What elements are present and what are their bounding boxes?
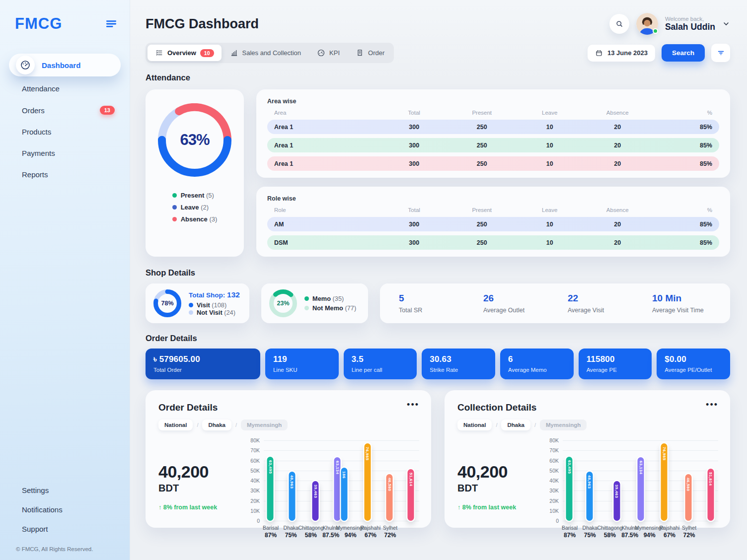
bar-value-label: 48,963 [290,475,294,489]
tab-label: Overview [167,49,196,57]
role-wise-title: Role wise [267,195,719,202]
filter-button[interactable] [711,44,730,62]
welcome-text: Welcome back, [665,16,715,22]
tab-kpi[interactable]: KPI [309,45,347,61]
table-cell: 250 [448,239,516,246]
x-axis-label-chittagong: Chittagong58% [597,525,622,539]
page-title: FMCG Dashboard [146,16,259,32]
tab-order[interactable]: Order [348,45,392,61]
sidebar-item-reports[interactable]: Reports [9,165,121,184]
sidebar-item-settings[interactable]: Settings [9,481,121,499]
shop-stat-total-sr: 5Total SR [385,293,469,314]
legend-dot [189,310,193,315]
stat-value: 26 [483,293,554,304]
copyright-text: © FMCG, All Rights Reserved. [9,540,121,552]
calendar-icon [595,49,603,57]
tab-sales-and-collection[interactable]: Sales and Collection [223,45,309,61]
tab-label: Order [368,49,384,57]
gridline [264,461,419,461]
bar-51,814: 51,814 [707,469,714,521]
breadcrumb-separator: / [496,422,497,428]
donut-center-value: 23% [269,289,297,317]
gridline [563,440,718,441]
legend-item-visit: Visit (108) [189,301,240,309]
sidebar-item-notifications[interactable]: Notifications [9,500,121,519]
sidebar-item-label: Dashboard [42,61,80,70]
dashboard-icon [16,56,35,74]
chart-delta: ↑ 8% from last week [158,504,247,511]
role-wise-table: RoleTotalPresentLeaveAbsence%AM300250102… [267,207,719,250]
gridline [264,450,419,451]
breadcrumb-mymensingh[interactable]: Mymensingh [241,420,288,430]
breadcrumb-dhaka[interactable]: Dhaka [501,420,530,430]
legend-label: Present (5) [181,192,214,199]
legend-label: Not Visit (24) [197,309,235,316]
column-header: % [652,207,720,213]
visit-donut-chart: 78% [153,289,181,317]
sidebar-item-products[interactable]: Products [9,123,121,141]
table-cell: 20 [584,239,652,246]
search-button[interactable]: Search [662,44,705,62]
table-cell: 20 [584,124,652,131]
sidebar-item-dashboard[interactable]: Dashboard [9,54,121,76]
breadcrumb-national[interactable]: National [158,420,193,430]
kpi-label: Line per call [352,367,409,373]
breadcrumb-mymensingh[interactable]: Mymensingh [540,420,587,430]
card-menu-ellipsis-icon[interactable]: ••• [407,402,419,407]
legend-item-present: Present (5) [172,192,218,199]
date-picker[interactable]: 13 June 2023 [588,45,655,62]
x-axis-label-rajshahi: Rajshahi67% [361,525,381,539]
kpi-label: Total Order [153,367,252,373]
x-axis-label-dhaka: Dhaka75% [583,525,598,539]
search-icon-button[interactable] [609,14,629,34]
breadcrumb-dhaka[interactable]: Dhaka [202,420,231,430]
legend-label: Visit (108) [197,301,226,309]
sidebar-item-label: Attendance [22,84,60,93]
sidebar-item-support[interactable]: Support [9,520,121,538]
hamburger-menu-icon[interactable] [105,17,118,30]
y-axis: 80K70K60K50K40K30K20K10K0 [546,440,563,521]
table-cell: 10 [516,239,584,246]
bar-46,580: 46,580 [685,474,691,521]
table-cell: 300 [380,160,448,167]
kpi-label: Strike Rate [430,367,487,373]
table-cell: 10 [516,160,584,167]
y-axis-tick: 60K [549,458,559,464]
table-cell: 85% [652,142,720,149]
x-axis: Barisal87%Dhaka75%Chittagong58%Khulna87.… [563,525,718,545]
bar-value-label: 186 [342,471,346,479]
y-axis-tick: 80K [250,437,260,443]
bar-46,580: 46,580 [386,474,393,521]
sidebar-footer-nav: SettingsNotificationsSupport [9,481,121,540]
overview-icon [155,49,163,57]
bar-value-label: 48,963 [587,475,592,489]
user-menu-chevron-down-icon[interactable] [722,20,730,28]
breadcrumb-national[interactable]: National [457,420,492,430]
bar-63,495: 63,495 [566,457,573,521]
role-wise-table-card: Role wise RoleTotalPresentLeaveAbsence%A… [256,187,730,257]
kpi-value: 115800 [587,354,644,364]
stat-label: Average Visit [568,307,638,314]
stat-label: Total SR [399,307,469,314]
tab-count-badge: 10 [200,49,214,57]
sidebar-item-orders[interactable]: Orders13 [9,101,121,120]
x-axis-label-sylhet: Sylhet72% [383,525,397,539]
sidebar-item-attendance[interactable]: Attendance [9,79,121,98]
bar-value-label: 51,614 [409,473,413,486]
attendance-legend: Present (5)Leave (2)Absence (3) [172,192,218,223]
kpi-value: $0.00 [665,354,722,364]
kpi-label: Average PE [587,367,644,373]
legend-item-not-visit: Not Visit (24) [189,309,240,316]
chart-currency: BDT [158,483,247,494]
user-avatar[interactable] [636,13,658,35]
bar-63,134: 63,134 [638,457,644,521]
bar-value-label: 63,134 [639,461,643,474]
memo-donut-chart: 23% [269,289,297,317]
tab-overview[interactable]: Overview10 [148,45,222,61]
card-menu-ellipsis-icon[interactable]: ••• [706,402,718,407]
column-header: Total [380,207,448,213]
date-value: 13 June 2023 [607,49,648,57]
x-axis-label-chittagong: Chittagong58% [298,525,323,539]
sidebar-item-payments[interactable]: Payments [9,144,121,162]
order-kpi-card-line-sku: 119Line SKU [265,349,339,379]
